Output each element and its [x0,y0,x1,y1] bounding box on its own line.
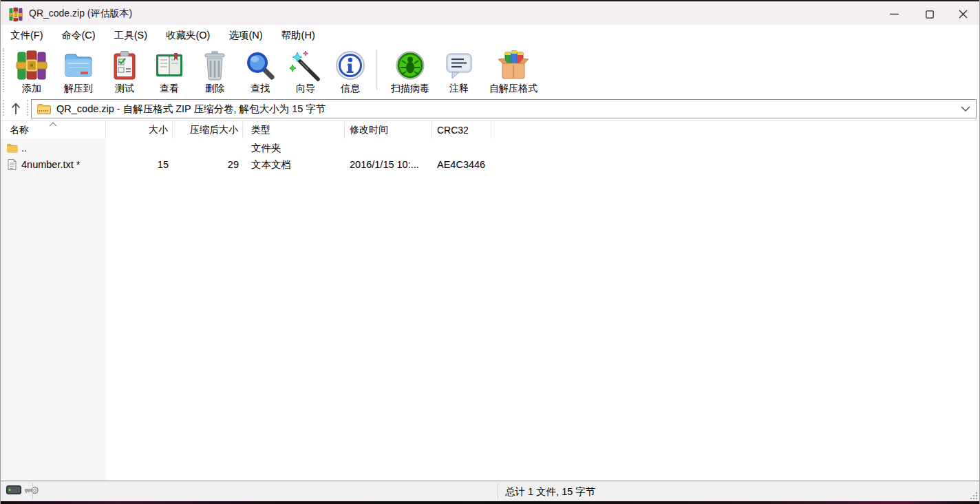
sfx-icon [497,49,530,82]
column-name-label: 名称 [10,124,29,136]
file-size: 15 [106,159,173,170]
archive-path-combobox[interactable]: QR_code.zip - 自解压格式 ZIP 压缩分卷, 解包大小为 15 字… [31,99,977,118]
test-label: 测试 [115,83,134,95]
file-packed-size: 29 [173,159,243,170]
extract-to-icon [62,49,95,82]
title-bar: QR_code.zip (评估版本) [1,0,979,25]
virus-scan-button[interactable]: 扫描病毒 [381,44,439,95]
statusbar-separator [32,483,33,499]
zip-folder-icon [37,103,51,114]
find-label: 查找 [251,83,270,95]
sfx-label: 自解压格式 [489,83,537,95]
add-button[interactable]: 添加 [9,44,54,95]
comment-button[interactable]: 注释 [439,44,479,95]
file-modified: 2016/1/15 10:... [345,159,432,170]
statusbar-separator [498,483,498,499]
menu-tools[interactable]: 工具(S) [114,29,147,42]
wizard-button[interactable]: 向导 [283,44,328,95]
info-label: 信息 [341,83,360,95]
menu-options[interactable]: 选项(N) [228,29,262,42]
file-type: 文本文档 [243,158,345,171]
view-button[interactable]: 查看 [147,44,192,95]
column-header-modified[interactable]: 修改时间 [345,122,432,138]
folder-icon [6,143,18,154]
comment-label: 注释 [449,83,469,95]
menu-help[interactable]: 帮助(H) [281,29,315,42]
table-row-file[interactable]: 4number.txt * 15 29 文本文档 2016/1/15 10:..… [1,156,979,173]
view-icon [153,49,186,82]
winrar-app-icon [9,8,23,21]
file-rows: .. 文件夹 4numbe [1,140,979,173]
sorted-column-shade [1,138,106,481]
up-directory-button[interactable] [6,99,25,118]
total-summary: 总计 1 文件, 15 字节 [505,485,595,498]
test-button[interactable]: 测试 [103,44,147,95]
column-size-label: 大小 [149,124,168,136]
column-header-name[interactable]: 名称 [1,122,106,138]
menu-commands[interactable]: 命令(C) [62,29,96,42]
sort-ascending-icon [49,122,57,127]
file-name: 4number.txt * [21,159,80,170]
file-type: 文件夹 [243,142,345,155]
extract-to-button[interactable]: 解压到 [54,44,103,95]
column-type-label: 类型 [251,124,270,136]
delete-label: 删除 [205,83,224,95]
comment-icon [443,49,476,82]
screen-edge [1,501,979,504]
sfx-button[interactable]: 自解压格式 [479,44,548,95]
menu-favorites[interactable]: 收藏夹(O) [166,29,210,42]
wizard-icon [289,49,322,82]
info-button[interactable]: 信息 [328,44,372,95]
maximize-button[interactable] [914,3,946,25]
file-name: .. [21,143,27,154]
column-crc32-label: CRC32 [437,125,469,136]
add-label: 添加 [22,83,41,95]
column-header-type[interactable]: 类型 [243,122,345,138]
menu-file[interactable]: 文件(F) [10,29,43,42]
column-header-packed[interactable]: 压缩后大小 [173,122,243,138]
key-status-icon [25,486,39,494]
archive-path-text: QR_code.zip - 自解压格式 ZIP 压缩分卷, 解包大小为 15 字… [56,103,957,116]
column-headers: 名称 大小 压缩后大小 类型 修改时间 CRC32 [1,122,979,138]
find-button[interactable]: 查找 [237,44,283,95]
table-row-parent-dir[interactable]: .. 文件夹 [1,140,979,156]
status-bar: 总计 1 文件, 15 字节 [1,481,979,501]
wizard-label: 向导 [296,83,315,95]
add-archive-icon [15,49,48,82]
column-header-size[interactable]: 大小 [106,122,173,138]
drive-status-icon [6,485,21,494]
minimize-button[interactable] [878,3,910,25]
file-list: 名称 大小 压缩后大小 类型 修改时间 CRC32 .. 文件夹 [1,122,979,481]
column-header-crc32[interactable]: CRC32 [432,122,491,138]
column-packed-label: 压缩后大小 [190,124,238,136]
address-gripper [27,100,28,116]
extract-to-label: 解压到 [64,83,93,95]
virus-scan-label: 扫描病毒 [391,83,429,95]
close-button[interactable] [947,3,979,25]
text-file-icon [6,159,18,170]
address-bar: QR_code.zip - 自解压格式 ZIP 压缩分卷, 解包大小为 15 字… [1,96,979,121]
file-crc32: AE4C3446 [432,159,491,170]
column-modified-label: 修改时间 [350,124,388,136]
delete-button[interactable]: 删除 [192,44,237,95]
window-title: QR_code.zip (评估版本) [29,8,132,20]
resize-grip[interactable] [969,491,977,499]
find-icon [244,49,277,82]
winrar-window: QR_code.zip (评估版本) 文件(F) 命令(C) 工具(S) 收藏夹… [0,0,980,504]
virus-scan-icon [394,49,427,82]
toolbar: 添加 解压到 [1,44,979,96]
menu-bar: 文件(F) 命令(C) 工具(S) 收藏夹(O) 选项(N) 帮助(H) [1,26,979,44]
chevron-down-icon[interactable] [961,106,970,112]
info-icon [334,49,367,82]
view-label: 查看 [160,83,179,95]
delete-icon [198,49,231,82]
test-icon [108,49,141,82]
toolbar-separator [376,50,377,90]
